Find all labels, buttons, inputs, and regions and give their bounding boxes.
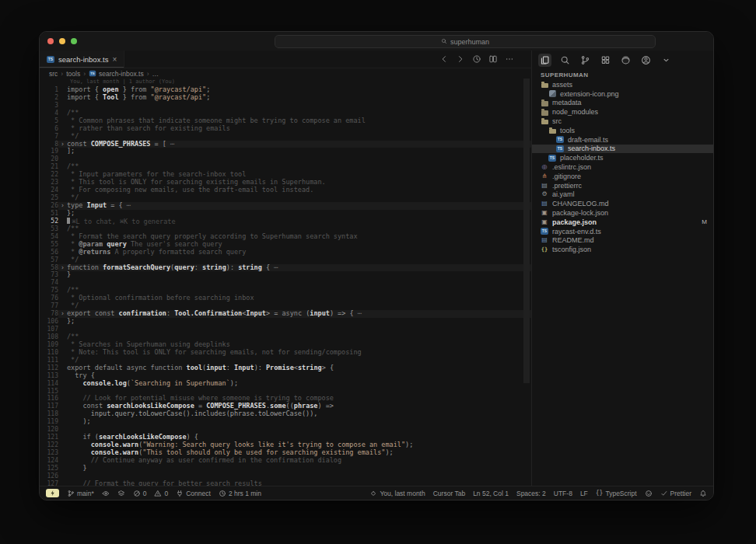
tree-item-package-lock-json[interactable]: ▣package-lock.json [532,208,713,218]
tree-item-tools[interactable]: tools [532,126,713,135]
more-actions-icon[interactable] [505,54,514,64]
status-feedback[interactable] [645,490,653,497]
status-encoding[interactable]: UTF-8 [554,490,572,497]
tree-item--prettierrc[interactable]: ▤.prettierrc [532,181,713,190]
forward-icon[interactable] [456,54,465,64]
extensions-icon[interactable] [599,54,612,67]
status-prettier[interactable]: Prettier [660,490,691,497]
status-git-branch[interactable]: main* [67,490,94,497]
close-tab-icon[interactable]: × [112,55,117,64]
minimize-window-button[interactable] [59,38,65,44]
tree-item-ai-yaml[interactable]: ⚙ai.yaml [532,190,713,200]
code-line[interactable]: 78›export const confirmation: Tool.Confi… [40,310,531,318]
split-editor-icon[interactable] [488,54,498,64]
tree-item-metadata[interactable]: metadata [532,99,713,108]
code-line[interactable]: 118 input.query.toLowerCase().includes(p… [40,410,531,418]
tree-item-draft-email-ts[interactable]: TSdraft-email.ts [532,135,713,145]
status-indentation[interactable]: Spaces: 2 [516,490,546,497]
breadcrumb-item[interactable]: TSsearch-inbox.ts [89,70,144,78]
editor-scrollbar[interactable] [523,78,530,383]
code-line[interactable]: 124 // Continue anyway as user confirmed… [40,457,531,465]
code-line[interactable]: 6 * rather than search for existing emai… [40,125,531,133]
code-line[interactable]: 106}; [40,318,531,326]
code-line[interactable]: 8›const COMPOSE_PHRASES = [ ⋯ [40,141,531,148]
status-connect[interactable]: Connect [176,490,211,497]
tree-item--gitignore[interactable]: ⋔.gitignore [532,172,713,181]
explorer-project-title[interactable]: SUPERHUMAN [532,69,713,80]
fold-arrow-icon[interactable]: › [58,202,67,210]
maximize-window-button[interactable] [71,38,77,44]
code-line[interactable]: 112export default async function tool(in… [40,364,531,372]
status-label: UTF-8 [554,490,572,497]
status-warnings[interactable]: 0 [154,490,168,497]
tree-item-assets[interactable]: assets [532,80,713,89]
code-line[interactable]: 19]; [40,148,531,155]
explorer-icon[interactable] [538,54,551,67]
breadcrumb-item[interactable]: … [152,70,159,78]
code-line[interactable]: 26›type Input = { ⋯ [40,202,531,210]
tree-item-placeholder-ts[interactable]: TSplaceholder.ts [532,153,713,162]
tree-item-changelog-md[interactable]: ▤CHANGELOG.md [532,199,713,208]
fold-arrow-icon[interactable]: › [58,310,67,318]
code-line[interactable]: 2import { Tool } from "@raycast/api"; [40,94,531,102]
ts-file-icon: TS [556,145,564,152]
close-window-button[interactable] [47,38,54,44]
code-line[interactable]: 76 * Optional confirmation before search… [40,295,531,302]
back-icon[interactable] [439,54,449,64]
chevron-down-icon[interactable] [660,54,673,67]
code-line[interactable]: 127 // Format the query for better searc… [40,480,531,486]
status-blame-info[interactable]: You, last month [369,490,425,497]
tree-item--eslintrc-json[interactable]: ◎.eslintrc.json [532,162,713,172]
tree-item-extension-icon-png[interactable]: extension-icon.png [532,89,713,99]
status-notifications[interactable] [699,490,707,497]
code-line[interactable]: 119 ); [40,418,531,426]
code-text: const COMPOSE_PHRASES = [ ⋯ [67,141,531,148]
code-line[interactable]: 58›function formatSearchQuery(query: str… [40,264,531,272]
code-line[interactable]: 74 [40,279,531,287]
tree-item-search-inbox-ts[interactable]: TSsearch-inbox.ts [532,145,713,154]
breadcrumb-item[interactable]: src [49,70,58,78]
copilot-icon[interactable] [619,54,632,67]
history-icon[interactable] [472,54,481,64]
status-blame-toggle[interactable] [102,490,110,497]
tree-item-raycast-env-d-ts[interactable]: TSraycast-env.d.ts [532,227,713,236]
fold-arrow-icon[interactable]: › [58,264,67,272]
code-editor[interactable]: You, last month | 1 author (You)1import … [40,78,531,486]
status-session-time[interactable]: 2 hrs 1 min [219,490,261,497]
search-icon[interactable] [558,54,572,67]
code-line[interactable]: 51}; [40,210,531,218]
code-line[interactable]: 24 * For composing new emails, use the d… [40,187,531,194]
status-layers[interactable] [117,490,125,497]
code-line[interactable]: 114 console.log(`Searching in Superhuman… [40,380,531,388]
tree-item-package-json[interactable]: ▣package.jsonM [532,218,713,227]
status-cursor-position[interactable]: Ln 52, Col 1 [473,490,509,497]
account-icon[interactable] [639,54,653,67]
status-cursor-tab[interactable]: Cursor Tab [433,490,465,497]
fold-gutter [58,218,67,225]
source-control-icon[interactable] [579,54,592,67]
code-line[interactable]: 3 [40,102,531,110]
line-number: 23 [40,179,58,187]
command-center-search[interactable]: superhuman [275,35,656,48]
line-number: 74 [40,279,58,287]
tree-item-tsconfig-json[interactable]: {}tsconfig.json [532,245,713,254]
tree-item-src[interactable]: src [532,117,713,126]
status-errors[interactable]: 0 [133,490,147,497]
code-line[interactable]: 56 * @returns A properly formatted searc… [40,249,531,256]
code-line[interactable]: 52⌘L to chat, ⌘K to generate [40,218,531,225]
code-line[interactable]: 107 [40,326,531,333]
code-line[interactable]: 73} [40,271,531,279]
tab-search-inbox[interactable]: TS search-inbox.ts × [40,51,124,68]
code-line[interactable]: 20 [40,155,531,163]
line-number: 111 [40,357,58,364]
tree-item-readme-md[interactable]: ▤README.md [532,236,713,246]
fold-arrow-icon[interactable]: › [58,141,67,148]
code-line[interactable]: 110 * Note: This tool is ONLY for search… [40,349,531,357]
status-eol[interactable]: LF [580,490,588,497]
status-remote-indicator[interactable] [46,489,59,497]
fold-gutter [58,256,67,264]
code-line[interactable]: 125 } [40,465,531,473]
tree-item-node-modules[interactable]: node_modules [532,107,713,117]
breadcrumb-item[interactable]: tools [66,70,80,78]
status-language-mode[interactable]: {}TypeScript [596,490,637,497]
